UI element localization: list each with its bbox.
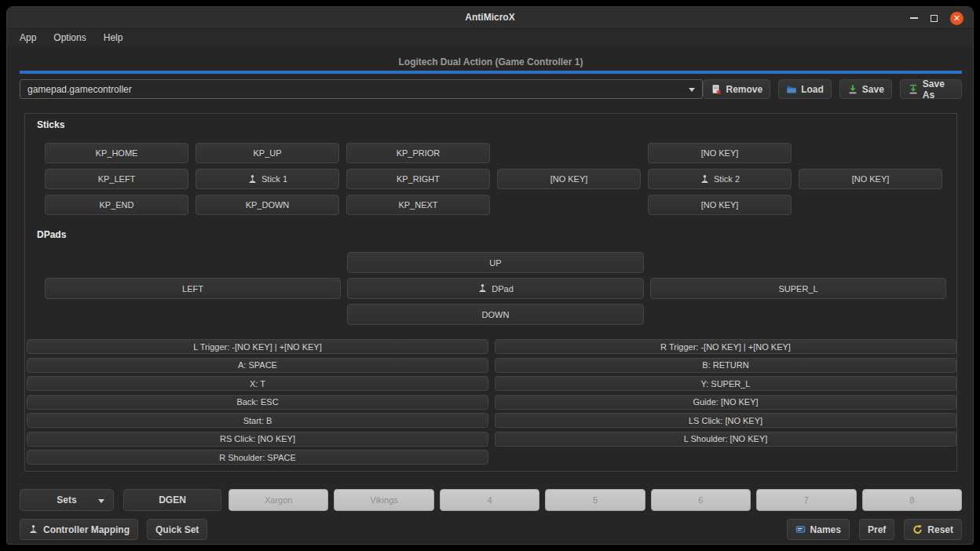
- menu-bar: App Options Help: [7, 29, 973, 46]
- profile-row: gamepad.gamecontroller Remove Load Sa: [20, 79, 962, 99]
- minimize-button[interactable]: [910, 17, 918, 19]
- b-button[interactable]: B: RETURN: [495, 358, 956, 373]
- dpad-grid: UP LEFT DPad SUPER_L DOWN: [45, 252, 946, 325]
- r-trigger-button[interactable]: R Trigger: -[NO KEY] | +[NO KEY]: [495, 339, 956, 354]
- profile-select[interactable]: gamepad.gamecontroller: [20, 79, 703, 99]
- stick1-label: Stick 1: [261, 174, 287, 184]
- maximize-icon: [931, 15, 938, 22]
- stick2-up-button[interactable]: [NO KEY]: [648, 143, 792, 163]
- set-tab-5[interactable]: 5: [545, 489, 645, 511]
- controller-mapping-label: Controller Mapping: [43, 524, 130, 535]
- window-title: AntiMicroX: [7, 7, 973, 28]
- reset-icon: [912, 524, 923, 535]
- stick2-down-button[interactable]: [NO KEY]: [648, 195, 792, 215]
- set-tab-3[interactable]: Vikings: [334, 489, 433, 511]
- start-button[interactable]: Start: B: [27, 413, 488, 428]
- footer-right-group: Names Pref Reset: [787, 519, 962, 540]
- quick-set-button[interactable]: Quick Set: [147, 519, 207, 540]
- a-button[interactable]: A: SPACE: [27, 358, 488, 373]
- remove-button[interactable]: Remove: [703, 79, 770, 99]
- close-button[interactable]: ✕: [950, 12, 964, 25]
- controller-tab[interactable]: Logitech Dual Action (Game Controller 1): [20, 57, 962, 68]
- maximize-button[interactable]: [931, 15, 938, 22]
- stick1-left-button[interactable]: KP_LEFT: [45, 169, 188, 189]
- save-label: Save: [862, 84, 884, 95]
- app-window: AntiMicroX ✕ App Options Help Logitech D…: [6, 6, 974, 545]
- mapping-frame: Sticks KP_HOME KP_UP KP_PRIOR [NO KEY] K…: [24, 113, 957, 472]
- set-tab-8[interactable]: 8: [862, 489, 962, 511]
- stick2-right-button[interactable]: [NO KEY]: [799, 169, 942, 189]
- rs-click-button[interactable]: RS Click: [NO KEY]: [27, 432, 488, 447]
- profile-select-value: gamepad.gamecontroller: [27, 84, 132, 95]
- set-tab-2[interactable]: Xargon: [229, 489, 328, 511]
- set-tabs: Xargon Vikings 4 5 6 7 8: [229, 489, 962, 511]
- load-label: Load: [801, 84, 824, 95]
- sets-row: Sets DGEN Xargon Vikings 4 5 6 7 8: [20, 489, 962, 511]
- stick1-up-right-button[interactable]: KP_PRIOR: [346, 143, 490, 163]
- save-icon: [847, 84, 858, 95]
- stick1-up-left-button[interactable]: KP_HOME: [45, 143, 188, 163]
- stick1-button[interactable]: Stick 1: [196, 169, 339, 189]
- dpad-label: DPad: [492, 284, 514, 294]
- save-as-icon: [908, 84, 919, 95]
- pref-button[interactable]: Pref: [859, 519, 894, 540]
- footer-bar: Controller Mapping Quick Set Names Pref …: [20, 519, 962, 540]
- set-tab-1-current[interactable]: DGEN: [123, 489, 221, 511]
- stick2-left-button[interactable]: [NO KEY]: [497, 169, 641, 189]
- guide-button[interactable]: Guide: [NO KEY]: [495, 395, 956, 410]
- ls-click-button[interactable]: LS Click: [NO KEY]: [495, 413, 956, 428]
- set-tab-4[interactable]: 4: [440, 489, 539, 511]
- stick1-down-button[interactable]: KP_DOWN: [196, 195, 339, 215]
- stick1-down-right-button[interactable]: KP_NEXT: [346, 195, 490, 215]
- pref-label: Pref: [868, 524, 886, 535]
- sticks-heading: Sticks: [37, 119, 64, 130]
- title-bar: AntiMicroX ✕: [7, 7, 973, 29]
- joystick-icon: [247, 174, 258, 184]
- profile-actions: Remove Load Save Save As: [703, 79, 962, 99]
- dpad-up-button[interactable]: UP: [347, 252, 644, 273]
- stick1-up-button[interactable]: KP_UP: [196, 143, 339, 163]
- reset-label: Reset: [927, 524, 953, 535]
- chevron-down-icon: [98, 499, 104, 503]
- dpad-down-button[interactable]: DOWN: [347, 304, 644, 325]
- controller-mapping-button[interactable]: Controller Mapping: [20, 519, 138, 540]
- reset-button[interactable]: Reset: [904, 519, 962, 540]
- r-shoulder-button[interactable]: R Shoulder: SPACE: [27, 450, 488, 465]
- load-button[interactable]: Load: [778, 79, 832, 99]
- joystick-icon: [28, 524, 38, 535]
- joystick-icon: [700, 174, 710, 184]
- sticks-grid: KP_HOME KP_UP KP_PRIOR [NO KEY] KP_LEFT …: [45, 143, 942, 215]
- stick1-right-button[interactable]: KP_RIGHT: [346, 169, 490, 189]
- tab-underline: [20, 71, 962, 74]
- save-button[interactable]: Save: [839, 79, 892, 99]
- l-shoulder-button[interactable]: L Shoulder: [NO KEY]: [495, 432, 956, 447]
- menu-app[interactable]: App: [20, 32, 36, 43]
- stick1-down-left-button[interactable]: KP_END: [45, 195, 188, 215]
- window-controls: ✕: [910, 7, 964, 29]
- dpads-heading: DPads: [37, 229, 66, 240]
- x-button[interactable]: X: T: [27, 376, 488, 391]
- y-button[interactable]: Y: SUPER_L: [495, 376, 956, 391]
- sets-label: Sets: [57, 494, 76, 505]
- stick2-button[interactable]: Stick 2: [648, 169, 792, 189]
- save-as-button[interactable]: Save As: [900, 79, 962, 99]
- close-icon: ✕: [953, 13, 960, 23]
- save-as-label: Save As: [923, 78, 954, 100]
- dpad-right-button[interactable]: SUPER_L: [650, 278, 946, 299]
- back-button[interactable]: Back: ESC: [27, 395, 488, 410]
- names-label: Names: [810, 524, 841, 535]
- set-tab-6[interactable]: 6: [651, 489, 751, 511]
- names-icon: [795, 524, 806, 535]
- quick-set-label: Quick Set: [155, 524, 199, 535]
- dpad-button[interactable]: DPad: [347, 278, 644, 299]
- set-tab-7[interactable]: 7: [756, 489, 856, 511]
- menu-options[interactable]: Options: [53, 32, 86, 43]
- sets-dropdown-button[interactable]: Sets: [20, 489, 114, 511]
- stick2-label: Stick 2: [714, 174, 740, 184]
- dpad-left-button[interactable]: LEFT: [45, 278, 341, 299]
- l-trigger-button[interactable]: L Trigger: -[NO KEY] | +[NO KEY]: [27, 339, 488, 354]
- remove-icon: [711, 84, 722, 95]
- chevron-down-icon: [689, 88, 695, 92]
- menu-help[interactable]: Help: [104, 32, 123, 43]
- names-button[interactable]: Names: [787, 519, 850, 540]
